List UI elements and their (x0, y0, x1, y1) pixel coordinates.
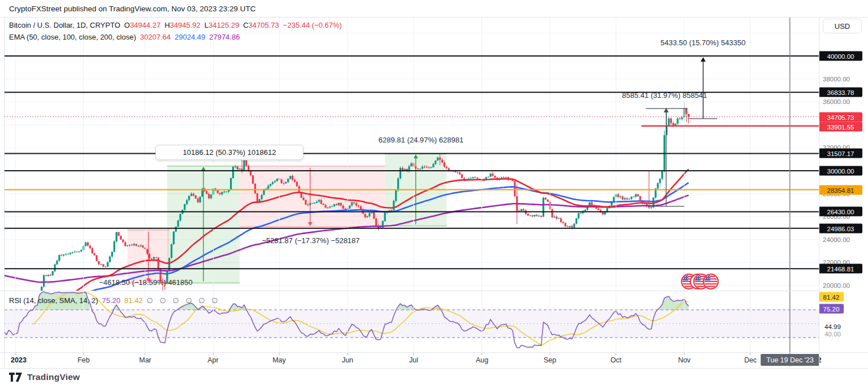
price-chart-canvas[interactable] (0, 0, 868, 389)
ema100-value: 29024.49 (175, 33, 205, 41)
rsi-title: RSI (14, close, SMA, 14, 2) (9, 296, 98, 305)
tradingview-brand-text[interactable]: TradingView (27, 372, 80, 382)
time-axis-label-Oct[interactable]: Oct (610, 356, 621, 364)
time-axis-label-2023[interactable]: 2023 (11, 356, 27, 364)
change-value: −235.44 (−0.67%) (283, 21, 342, 29)
rsi-axis-label: 40.00 (823, 330, 843, 338)
price-axis-badge-26430.00[interactable]: 26430.00 (819, 207, 862, 217)
measure-label-0: 5433.50 (15.70%) 543350 (661, 38, 745, 47)
price-axis-badge-28354.81[interactable]: 28354.81 (819, 185, 862, 195)
measure-tooltip: 10186.12 (50.37%) 1018612 (155, 145, 303, 160)
ohlc-close: C34705.73 (243, 21, 279, 29)
price-axis-badge-40000.00[interactable]: 40000.00 (819, 51, 862, 61)
price-axis-badge-31507.17[interactable]: 31507.17 (819, 149, 862, 158)
footer: TradingView (9, 372, 80, 382)
time-axis-label-Nov[interactable]: Nov (678, 356, 691, 364)
measure-label-2: 6289.81 (24.97%) 628981 (379, 136, 463, 144)
price-axis-badge-34705.73[interactable]: 34705.73 (819, 113, 862, 122)
rsi-axis-badge-75.20[interactable]: 75.20 (819, 304, 844, 314)
price-axis-badge-30000.00[interactable]: 30000.00 (819, 166, 862, 176)
measure-label-3: −5281.87 (−17.37%) −528187 (262, 236, 359, 245)
price-axis-badge-33901.55[interactable]: 33901.55 (819, 122, 862, 132)
rsi-sma-value: 81.42 (124, 296, 143, 305)
ema200-value: 27974.86 (209, 33, 240, 41)
pane-separator[interactable] (0, 291, 819, 291)
measure-label-1: 8585.41 (31.97%) 858541 (622, 91, 707, 100)
chart-top-border (0, 17, 868, 18)
currency-unit-button[interactable]: USD (823, 19, 862, 33)
ohlc-open: O34944.27 (124, 21, 160, 29)
price-axis-label: 24000.00 (823, 236, 850, 243)
time-axis-label-Sep[interactable]: Sep (544, 356, 556, 364)
crosshair-time-badge[interactable]: Tue 19 Dec '23 (761, 354, 819, 366)
time-axis-label-Feb[interactable]: Feb (77, 356, 90, 364)
chart-left-border (4, 17, 5, 368)
time-axis-label-Apr[interactable]: Apr (207, 356, 218, 364)
rsi-legend[interactable]: RSI (14, close, SMA, 14, 2) 75.20 81.42 … (9, 296, 220, 305)
measure-label-4: −4618.50 (−18.59%) 461850 (99, 278, 193, 287)
time-axis-label-Jun[interactable]: Jun (342, 356, 353, 364)
ohlc-high: H34945.92 (164, 21, 201, 29)
price-axis-badge-21468.81[interactable]: 21468.81 (819, 264, 862, 274)
ohlc-low: L34125.29 (205, 21, 239, 29)
us-flag-event-icon[interactable] (704, 274, 718, 289)
price-axis-label: 36000.00 (823, 98, 850, 105)
axis-separator[interactable] (819, 17, 819, 368)
time-axis-label-Mar[interactable]: Mar (139, 356, 151, 364)
symbol-legend[interactable]: Bitcoin / U.S. Dollar, 1D, CRYPTO O34944… (9, 21, 342, 29)
time-axis-label-May[interactable]: May (272, 356, 286, 364)
ema-title: EMA (50, close, 100, close, 200, close) (9, 33, 136, 41)
ema-legend[interactable]: EMA (50, close, 100, close, 200, close) … (9, 33, 240, 41)
rsi-value: 75.20 (102, 296, 121, 305)
price-axis-badge-36833.78[interactable]: 36833.78 (819, 88, 862, 97)
price-axis-label: 20000.00 (823, 282, 850, 289)
symbol-title: Bitcoin / U.S. Dollar, 1D, CRYPTO (9, 21, 120, 29)
rsi-hidden-values: ∅ ∅ ∅ ∅ ∅ ∅ (147, 296, 220, 305)
attribution-text: CryptoFXStreet published on TradingView.… (9, 5, 256, 13)
rsi-axis-label: 44.99 (823, 323, 843, 331)
price-axis-label: 38000.00 (823, 76, 850, 83)
time-axis-label-Dec[interactable]: Dec (744, 356, 757, 364)
price-axis-badge-24986.03[interactable]: 24986.03 (819, 224, 862, 234)
ema50-value: 30207.64 (140, 33, 171, 41)
time-axis-label-Jul[interactable]: Jul (409, 356, 418, 364)
tradingview-logo-icon[interactable] (9, 373, 23, 382)
timeaxis-separator (0, 352, 868, 353)
footer-separator (0, 368, 868, 369)
rsi-axis-badge-81.42[interactable]: 81.42 (819, 292, 844, 302)
time-axis-label-Aug[interactable]: Aug (476, 356, 488, 364)
tradingview-chart-page: CryptoFXStreet published on TradingView.… (0, 0, 868, 389)
